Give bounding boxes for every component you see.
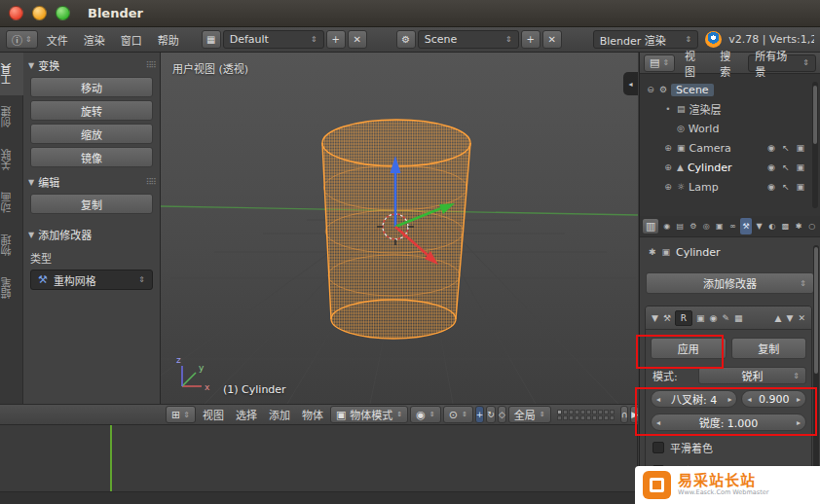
panel-header-transform[interactable]: ▼ 变换 ⠿⠿	[28, 56, 155, 74]
tab-physics[interactable]: ○	[805, 218, 818, 234]
outliner-display-filter[interactable]: 所有场景 ⇕	[748, 54, 816, 72]
smooth-shading-checkbox[interactable]	[652, 442, 664, 453]
visibility-toggle-eye-icon[interactable]: ◉	[767, 162, 775, 172]
menu-window[interactable]: 窗口	[114, 30, 149, 50]
tab-object-data[interactable]: ▼	[753, 218, 765, 234]
add-layout-button[interactable]: +	[326, 30, 346, 49]
expander-icon[interactable]: ⊖	[646, 85, 655, 94]
timeline[interactable]	[0, 425, 638, 504]
copy-button[interactable]: 复制	[731, 338, 807, 359]
vp-menu-object[interactable]: 物体	[297, 405, 328, 424]
vp-menu-view[interactable]: 视图	[198, 405, 229, 424]
menu-file[interactable]: 文件	[40, 30, 75, 50]
modifier-name-field[interactable]: R	[675, 310, 692, 326]
mirror-button[interactable]: 镜像	[30, 147, 153, 167]
collapse-icon[interactable]: ▼	[651, 313, 659, 323]
tab-render[interactable]: ◉	[660, 218, 673, 234]
smooth-shading-row[interactable]: 平滑着色	[652, 440, 804, 455]
manipulator-scale-toggle[interactable]: ◇	[498, 406, 506, 423]
scale-button[interactable]: 缩放	[30, 124, 153, 144]
menu-help[interactable]: 帮助	[151, 30, 186, 50]
operator-panel-header[interactable]: ▼ 添加修改器	[28, 226, 155, 243]
manipulator-rotate-toggle[interactable]: ↻	[486, 406, 496, 423]
shading-selector[interactable]: ◉ ⇕	[410, 406, 440, 423]
selectability-toggle-icon[interactable]: ↖	[782, 162, 790, 172]
layer-cell[interactable]	[580, 410, 585, 414]
opengl-render-button[interactable]: ▶	[630, 406, 638, 423]
decrement-icon[interactable]: ◂	[656, 395, 660, 404]
octree-depth-field[interactable]: ◂ 八叉树: 4 ▸	[651, 390, 737, 408]
toolshelf-tab-physics[interactable]: 物理	[0, 224, 23, 267]
mode-dropdown[interactable]: 锐利 ⇕	[698, 367, 806, 384]
layer-cell[interactable]	[598, 415, 603, 420]
move-modifier-down-button[interactable]: ▼	[786, 313, 795, 323]
viewport-3d[interactable]: x y z 用户视图 (透视) (1) Cylinder ◂	[161, 53, 638, 404]
screen-layout-browse-button[interactable]: ▦	[202, 30, 221, 49]
viewport-editor-type-selector[interactable]: ⊞ ⇕	[166, 406, 196, 423]
tab-render-layers[interactable]: ▤	[674, 218, 687, 234]
layer-cell[interactable]	[610, 410, 615, 414]
render-toggle-camera-icon[interactable]: ▣	[796, 143, 804, 153]
properties-editor-type-selector[interactable]: ▥	[642, 218, 659, 234]
layer-cell[interactable]	[604, 410, 609, 414]
render-visibility-toggle-icon[interactable]: ▣	[695, 313, 706, 323]
panel-header-edit[interactable]: ▼ 编辑 ⠿⠿	[28, 173, 155, 191]
outliner-item-renderlayers[interactable]: • ▤ 渲染层	[640, 99, 820, 119]
layer-cell[interactable]	[592, 410, 597, 414]
layer-cell[interactable]	[604, 415, 609, 420]
increment-icon[interactable]: ▸	[797, 418, 801, 427]
selectability-toggle-icon[interactable]: ↖	[782, 143, 790, 153]
manipulator-translate-toggle[interactable]: +	[475, 406, 485, 423]
render-toggle-camera-icon[interactable]: ▣	[796, 162, 804, 172]
snap-toggle[interactable]: ∩	[620, 406, 629, 423]
expander-icon[interactable]: ⊕	[663, 162, 673, 172]
tab-texture[interactable]: ▩	[779, 218, 792, 234]
tab-constraints[interactable]: ∞	[727, 218, 739, 234]
layer-cell[interactable]	[557, 410, 562, 414]
screen-layout-selector[interactable]: Default ⇕	[223, 30, 324, 49]
outliner-menu-view[interactable]: 视图	[678, 46, 710, 81]
visibility-toggle-eye-icon[interactable]: ◉	[767, 143, 775, 153]
expander-icon[interactable]: ⊕	[663, 143, 673, 153]
sharpness-field[interactable]: ◂ 锐度: 1.000 ▸	[651, 414, 806, 431]
orientation-selector[interactable]: 全局 ⇕	[508, 406, 551, 423]
outliner-scrollbar[interactable]	[812, 82, 818, 208]
modifier-type-dropdown[interactable]: ⚒ 重构网格 ⇕	[30, 270, 153, 290]
viewport-visibility-toggle-icon[interactable]: ◉	[709, 313, 719, 323]
layer-cell[interactable]	[598, 410, 603, 414]
scale-field[interactable]: ◂ 0.900 ▸	[741, 390, 806, 408]
expander-icon[interactable]: ⊕	[663, 182, 673, 192]
add-modifier-button[interactable]: 添加修改器 ⇕	[646, 272, 814, 294]
toolshelf-tab-greasepencil[interactable]: 蜡笔	[0, 267, 23, 309]
tab-world[interactable]: ◎	[700, 218, 713, 234]
layer-cell[interactable]	[563, 410, 568, 414]
toolshelf-tab-create[interactable]: 创建	[0, 95, 23, 138]
region-expand-button[interactable]: ◂	[623, 72, 638, 95]
selectability-toggle-icon[interactable]: ↖	[782, 182, 790, 192]
tab-particles[interactable]: ✱	[793, 218, 805, 234]
scene-browse-button[interactable]: ⚙	[396, 30, 416, 49]
window-minimize-button[interactable]	[32, 6, 47, 20]
tab-modifiers[interactable]: ⚒	[740, 218, 753, 234]
tab-material[interactable]: ◐	[766, 218, 779, 234]
layer-cell[interactable]	[575, 410, 579, 414]
decrement-icon[interactable]: ◂	[747, 395, 751, 404]
outliner-editor-type-selector[interactable]: ▤ ⇕	[644, 54, 675, 72]
outliner-item-camera[interactable]: ⊕ ▣ Camera ◉ ↖ ▣	[640, 138, 820, 158]
render-toggle-camera-icon[interactable]: ▣	[796, 182, 804, 192]
toolshelf-tab-animation[interactable]: 动画	[0, 181, 23, 224]
delete-modifier-button[interactable]: ✕	[797, 313, 806, 323]
rotate-button[interactable]: 旋转	[30, 100, 153, 121]
increment-icon[interactable]: ▸	[797, 395, 801, 404]
scene-selector[interactable]: Scene ⇕	[418, 30, 519, 49]
layer-cell[interactable]	[557, 415, 562, 420]
vp-menu-add[interactable]: 添加	[264, 405, 295, 424]
outliner-item-lamp[interactable]: ⊕ ☼ Lamp ◉ ↖ ▣	[640, 177, 820, 197]
layer-cell[interactable]	[569, 410, 574, 414]
cage-toggle-icon[interactable]: ▦	[733, 313, 744, 323]
layer-cell[interactable]	[610, 415, 615, 420]
editor-type-selector[interactable]: ⓘ ⇕	[6, 30, 38, 49]
layer-cell[interactable]	[580, 415, 585, 420]
mode-selector[interactable]: ▣ 物体模式 ⇕	[330, 406, 408, 423]
increment-icon[interactable]: ▸	[727, 395, 731, 404]
